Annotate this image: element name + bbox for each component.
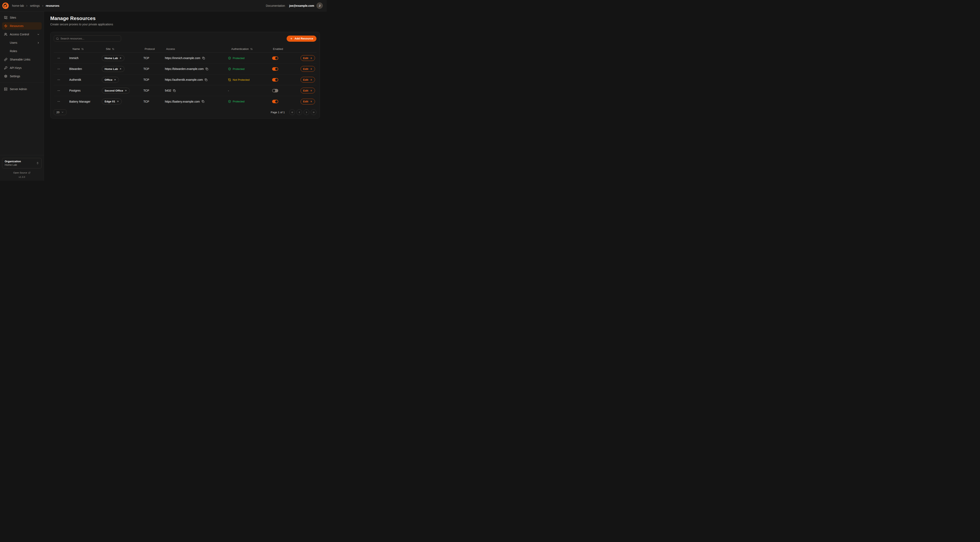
sort-icon[interactable] <box>81 48 84 50</box>
edit-button[interactable]: Edit <box>301 55 315 61</box>
arrow-up-right-icon <box>117 100 119 103</box>
column-header-access: Access <box>165 48 228 51</box>
enabled-toggle[interactable] <box>272 78 278 81</box>
protocol-value: TCP <box>143 56 165 60</box>
page-size-select[interactable]: 20 <box>54 109 67 115</box>
sidebar-item-access-control[interactable]: Access Control <box>2 31 42 38</box>
copy-button[interactable] <box>205 68 208 70</box>
resource-name: Immich <box>69 56 102 60</box>
copy-button[interactable] <box>202 100 204 103</box>
copy-button[interactable] <box>205 78 207 81</box>
link-icon <box>4 58 7 61</box>
breadcrumb-item-settings[interactable]: settings <box>30 4 40 7</box>
edit-button[interactable]: Edit <box>301 77 315 83</box>
ellipsis-icon <box>57 78 60 81</box>
site-badge[interactable]: Home Lab <box>102 66 124 72</box>
sort-icon[interactable] <box>250 48 253 50</box>
org-selector[interactable]: Organization Home Lab <box>2 158 42 168</box>
row-menu-button[interactable] <box>57 100 60 103</box>
resource-name: Battery Manager <box>69 100 102 103</box>
auth-status: Protected <box>228 57 245 60</box>
last-page-button[interactable] <box>311 109 317 115</box>
column-header-name[interactable]: Name <box>69 48 102 51</box>
site-badge[interactable]: Second Office <box>102 88 130 94</box>
access-value: 5432 <box>165 89 171 92</box>
users-icon <box>4 33 7 36</box>
column-header-site[interactable]: Site <box>102 48 143 51</box>
add-resource-button[interactable]: Add Resource <box>286 35 317 42</box>
next-page-button[interactable] <box>304 109 309 115</box>
resource-name: Authentik <box>69 78 102 81</box>
table-header-row: Name Site Protocol <box>54 45 317 53</box>
edit-button[interactable]: Edit <box>301 99 315 104</box>
org-label: Organization <box>5 159 21 163</box>
table-row: Authentik Office TCP https://authentik.e… <box>54 74 317 85</box>
copy-button[interactable] <box>173 89 176 92</box>
sidebar-item-settings[interactable]: Settings <box>2 73 42 80</box>
row-menu-button[interactable] <box>57 78 60 81</box>
edit-button[interactable]: Edit <box>301 66 315 72</box>
documentation-link[interactable]: Documentation <box>266 4 285 7</box>
sites-icon <box>4 16 7 19</box>
ellipsis-icon <box>57 89 60 92</box>
auth-status: Not Protected <box>228 78 250 81</box>
copy-button[interactable] <box>202 57 205 59</box>
sort-icon[interactable] <box>112 48 115 50</box>
search-input[interactable] <box>60 37 119 40</box>
page-subtitle: Create secure proxies to your private ap… <box>50 23 320 26</box>
prev-page-button[interactable] <box>296 109 302 115</box>
sidebar-item-shareable-links[interactable]: Shareable Links <box>2 56 42 63</box>
search-box <box>54 35 121 42</box>
auth-status: Protected <box>228 100 245 103</box>
column-header-authentication[interactable]: Authentication <box>228 48 272 51</box>
shield-off-icon <box>228 78 231 81</box>
row-menu-button[interactable] <box>57 57 60 60</box>
copy-icon <box>173 89 176 92</box>
arrow-up-right-icon <box>125 89 127 92</box>
ellipsis-icon <box>57 100 60 103</box>
sidebar-item-sites[interactable]: Sites <box>2 14 42 21</box>
arrow-right-icon <box>310 68 312 70</box>
sidebar: Sites Resources Access Control Users <box>0 11 44 181</box>
table-row: Bitwarden Home Lab TCP https://bitwarden… <box>54 64 317 74</box>
row-menu-button[interactable] <box>57 67 60 70</box>
access-value: https://battery.example.com <box>165 100 200 103</box>
user-email[interactable]: joe@example.com <box>289 4 314 7</box>
edit-button[interactable]: Edit <box>301 88 315 93</box>
sidebar-item-server-admin[interactable]: Server Admin <box>2 85 42 93</box>
shield-check-icon <box>228 67 231 70</box>
first-page-button[interactable] <box>289 109 295 115</box>
breadcrumb-item-resources[interactable]: resources <box>46 4 59 7</box>
row-menu-button[interactable] <box>57 89 60 92</box>
column-header-protocol: Protocol <box>143 48 165 51</box>
enabled-toggle[interactable] <box>272 100 278 103</box>
avatar[interactable]: J <box>317 2 323 9</box>
column-header-enabled: Enabled <box>272 48 298 51</box>
breadcrumb-item-org[interactable]: home-lab <box>12 4 24 7</box>
arrow-up-right-icon <box>114 79 116 81</box>
sidebar-item-label: Access Control <box>10 33 29 36</box>
site-badge[interactable]: Home Lab <box>102 55 124 61</box>
copy-icon <box>202 100 204 103</box>
page-title: Manage Resources <box>50 16 320 21</box>
site-badge[interactable]: Edge 01 <box>102 99 122 104</box>
ellipsis-icon <box>57 57 60 60</box>
protocol-value: TCP <box>143 67 165 70</box>
enabled-toggle[interactable] <box>272 56 278 60</box>
enabled-toggle[interactable] <box>272 89 278 92</box>
sidebar-item-label: Users <box>10 41 18 45</box>
sidebar-item-roles[interactable]: Roles <box>2 48 42 55</box>
main-content: Manage Resources Create secure proxies t… <box>44 11 327 181</box>
sidebar-item-api-keys[interactable]: API Keys <box>2 64 42 72</box>
open-source-link[interactable]: Open Source <box>0 172 44 174</box>
enabled-toggle[interactable] <box>272 67 278 71</box>
breadcrumb: home-lab settings resources <box>12 4 59 7</box>
chevrons-right-icon <box>312 111 315 114</box>
sidebar-item-resources[interactable]: Resources <box>2 22 42 30</box>
key-icon <box>4 66 7 70</box>
site-badge[interactable]: Office <box>102 77 119 83</box>
page-info: Page 1 of 1 <box>271 111 285 114</box>
plus-icon <box>290 37 293 40</box>
chevron-down-icon <box>37 33 40 36</box>
sidebar-item-users[interactable]: Users <box>2 39 42 46</box>
